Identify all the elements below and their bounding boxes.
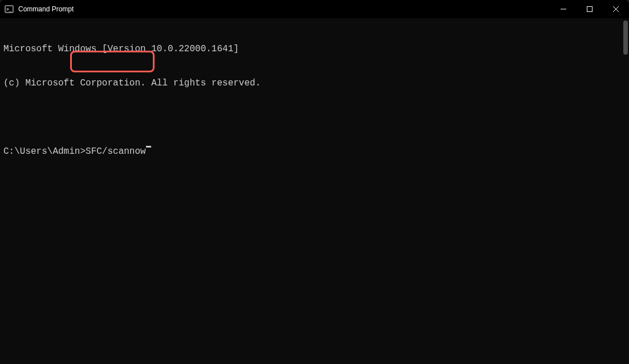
copyright-line: (c) Microsoft Corporation. All rights re… [3,77,626,89]
prompt-path: C:\Users\Admin> [3,146,86,157]
text-cursor [146,146,151,148]
maximize-button[interactable] [577,0,603,18]
app-icon: >_ [5,5,14,14]
prompt-line: C:\Users\Admin>SFC/scannow [3,146,626,157]
minimize-button[interactable] [550,0,577,18]
svg-rect-3 [587,7,593,12]
command-prompt-window: >_ Command Prompt Micro [0,0,629,364]
window-title: Command Prompt [18,5,550,13]
window-controls [550,0,629,18]
svg-text:>_: >_ [6,7,12,12]
terminal-output[interactable]: Microsoft Windows [Version 10.0.22000.16… [0,18,629,364]
vertical-scrollbar[interactable] [623,21,628,55]
version-line: Microsoft Windows [Version 10.0.22000.16… [3,43,626,55]
titlebar[interactable]: >_ Command Prompt [0,0,629,18]
blank-line [3,112,626,123]
typed-command: SFC/scannow [86,146,146,157]
close-button[interactable] [603,0,629,18]
